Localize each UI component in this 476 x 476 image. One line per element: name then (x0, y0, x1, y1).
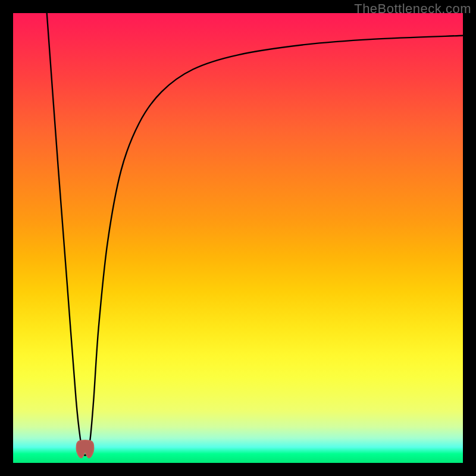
plot-area (13, 13, 463, 463)
bottleneck-curve-path (47, 13, 463, 456)
watermark: TheBottleneck.com (354, 1, 471, 17)
chart-frame: TheBottleneck.com (0, 0, 476, 476)
bottleneck-curve (13, 13, 463, 463)
